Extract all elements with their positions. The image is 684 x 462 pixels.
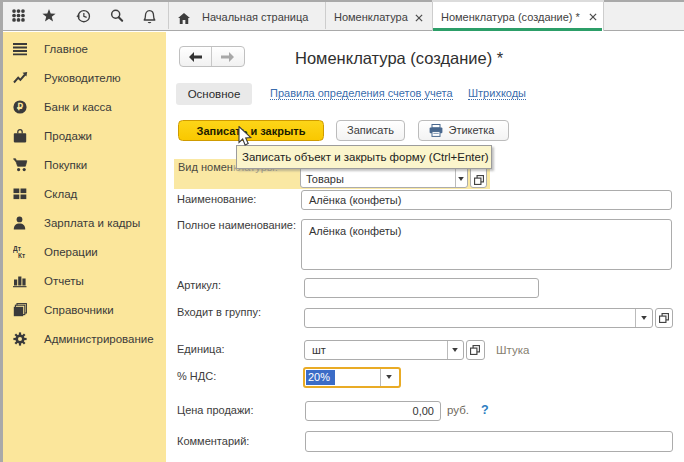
svg-text:₽: ₽ [17, 101, 23, 112]
svg-text:Кт: Кт [18, 252, 25, 259]
